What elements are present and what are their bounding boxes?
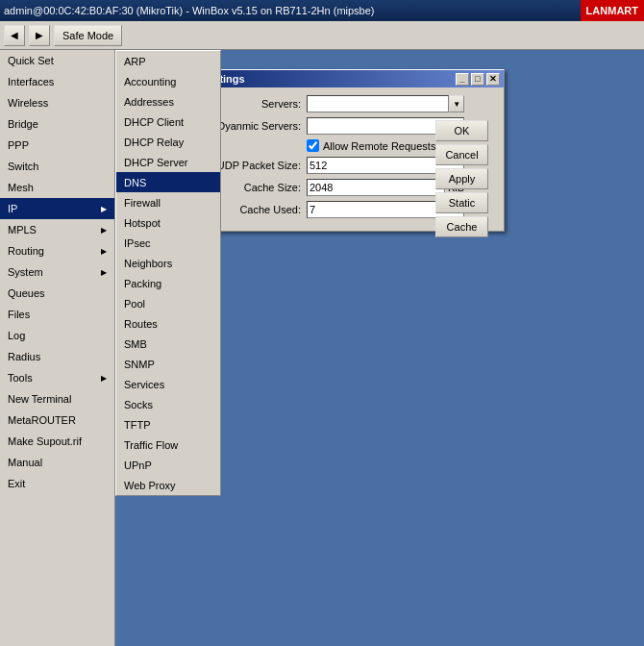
cancel-button[interactable]: Cancel bbox=[435, 144, 488, 165]
submenu-hotspot[interactable]: Hotspot bbox=[116, 212, 220, 233]
submenu-traffic-flow[interactable]: Traffic Flow bbox=[116, 435, 220, 455]
cache-button[interactable]: Cache bbox=[435, 216, 488, 237]
submenu-tftp[interactable]: TFTP bbox=[116, 414, 220, 435]
brand-label: LANMART bbox=[581, 0, 644, 21]
dialog-inner: Servers: ▼ Dyanmic Servers: bbox=[182, 95, 496, 223]
sidebar-item-mpls[interactable]: MPLS ▶ bbox=[0, 219, 114, 240]
submenu-snmp[interactable]: SNMP bbox=[116, 354, 220, 374]
servers-dropdown-button[interactable]: ▼ bbox=[449, 95, 464, 112]
forward-button[interactable]: ▶ bbox=[29, 25, 50, 46]
servers-row: Servers: ▼ bbox=[182, 95, 464, 112]
title-text: admin@00:0C:42:B0:AF:30 (MikroTik) - Win… bbox=[4, 5, 375, 16]
allow-remote-checkbox[interactable] bbox=[307, 139, 319, 152]
cache-used-row: Cache Used: bbox=[182, 201, 464, 218]
ok-button[interactable]: OK bbox=[435, 120, 488, 141]
sidebar-item-files[interactable]: Files bbox=[0, 304, 114, 325]
dynamic-servers-row: Dyanmic Servers: bbox=[182, 117, 464, 135]
servers-input[interactable] bbox=[307, 95, 449, 112]
toolbar: ◀ ▶ Safe Mode bbox=[0, 21, 644, 50]
submenu-services[interactable]: Services bbox=[116, 374, 220, 394]
sidebar-item-bridge[interactable]: Bridge bbox=[0, 113, 114, 135]
submenu-upnp[interactable]: UPnP bbox=[116, 455, 220, 475]
sidebar-item-mesh[interactable]: Mesh bbox=[0, 177, 114, 198]
submenu-accounting[interactable]: Accounting bbox=[116, 71, 220, 91]
submenu-routes[interactable]: Routes bbox=[116, 313, 220, 334]
sidebar-item-tools[interactable]: Tools ▶ bbox=[0, 367, 114, 388]
submenu-arp[interactable]: ARP bbox=[116, 51, 220, 71]
dialog-titlebar: DNS Settings _ □ ✕ bbox=[174, 70, 504, 87]
system-arrow-icon: ▶ bbox=[101, 268, 107, 277]
sidebar-item-make-supout[interactable]: Make Supout.rif bbox=[0, 431, 114, 452]
cache-size-row: Cache Size: KiB bbox=[182, 179, 464, 196]
submenu-firewall[interactable]: Firewall bbox=[116, 192, 220, 212]
submenu-dhcp-client[interactable]: DHCP Client bbox=[116, 112, 220, 132]
sidebar-item-ppp[interactable]: PPP bbox=[0, 135, 114, 156]
safe-mode-button[interactable]: Safe Mode bbox=[54, 25, 122, 46]
sidebar-item-exit[interactable]: Exit bbox=[0, 473, 114, 494]
sidebar-item-wireless[interactable]: Wireless bbox=[0, 92, 114, 113]
dialog-minimize-button[interactable]: _ bbox=[456, 73, 469, 86]
submenu-neighbors[interactable]: Neighbors bbox=[116, 253, 220, 273]
submenu-dns[interactable]: DNS bbox=[116, 172, 220, 192]
sidebar-item-new-terminal[interactable]: New Terminal bbox=[0, 388, 114, 410]
submenu-addresses[interactable]: Addresses bbox=[116, 91, 220, 112]
sidebar-item-quick-set[interactable]: Quick Set bbox=[0, 50, 114, 71]
submenu-packing[interactable]: Packing bbox=[116, 273, 220, 293]
ip-arrow-icon: ▶ bbox=[101, 205, 107, 213]
mpls-arrow-icon: ▶ bbox=[101, 226, 107, 235]
routing-arrow-icon: ▶ bbox=[101, 247, 107, 256]
sidebar-item-queues[interactable]: Queues bbox=[0, 283, 114, 304]
submenu-dhcp-relay[interactable]: DHCP Relay bbox=[116, 132, 220, 152]
submenu-socks[interactable]: Socks bbox=[116, 394, 220, 414]
static-button[interactable]: Static bbox=[435, 192, 488, 213]
back-button[interactable]: ◀ bbox=[4, 25, 25, 46]
sidebar-item-manual[interactable]: Manual bbox=[0, 452, 114, 473]
title-bar: admin@00:0C:42:B0:AF:30 (MikroTik) - Win… bbox=[0, 0, 644, 21]
submenu-dhcp-server[interactable]: DHCP Server bbox=[116, 152, 220, 172]
dialog-restore-button[interactable]: □ bbox=[471, 73, 484, 86]
sidebar-item-log[interactable]: Log bbox=[0, 325, 114, 346]
sidebar-item-routing[interactable]: Routing ▶ bbox=[0, 240, 114, 261]
submenu-smb[interactable]: SMB bbox=[116, 334, 220, 354]
sidebar-item-ip[interactable]: IP ▶ bbox=[0, 198, 114, 219]
dialog-close-button[interactable]: ✕ bbox=[486, 73, 500, 86]
sidebar-item-switch[interactable]: Switch bbox=[0, 156, 114, 177]
sidebar-item-system[interactable]: System ▶ bbox=[0, 261, 114, 283]
dialog-content: Servers: ▼ Dyanmic Servers: bbox=[174, 87, 504, 231]
cache-size-input[interactable] bbox=[307, 179, 445, 196]
tools-arrow-icon: ▶ bbox=[101, 374, 107, 383]
dns-settings-dialog: DNS Settings _ □ ✕ Servers: ▼ bbox=[173, 69, 505, 232]
main-area: Quick Set Interfaces Wireless Bridge PPP… bbox=[0, 50, 644, 646]
sidebar: Quick Set Interfaces Wireless Bridge PPP… bbox=[0, 50, 115, 646]
dialog-title-buttons: _ □ ✕ bbox=[456, 73, 500, 86]
submenu-ipsec[interactable]: IPsec bbox=[116, 233, 220, 253]
ip-submenu: ARP Accounting Addresses DHCP Client DHC… bbox=[115, 50, 221, 496]
allow-remote-label: Allow Remote Requests bbox=[323, 140, 435, 152]
submenu-pool[interactable]: Pool bbox=[116, 293, 220, 313]
apply-button[interactable]: Apply bbox=[435, 168, 488, 189]
sidebar-item-radius[interactable]: Radius bbox=[0, 346, 114, 367]
max-udp-row: Max UDP Packet Size: bbox=[182, 157, 464, 174]
sidebar-item-meta-router[interactable]: MetaROUTER bbox=[0, 410, 114, 431]
submenu-web-proxy[interactable]: Web Proxy bbox=[116, 475, 220, 495]
dialog-buttons: OK Cancel Apply Static Cache bbox=[435, 120, 488, 237]
servers-input-group: ▼ bbox=[307, 95, 464, 112]
sidebar-item-interfaces[interactable]: Interfaces bbox=[0, 71, 114, 92]
